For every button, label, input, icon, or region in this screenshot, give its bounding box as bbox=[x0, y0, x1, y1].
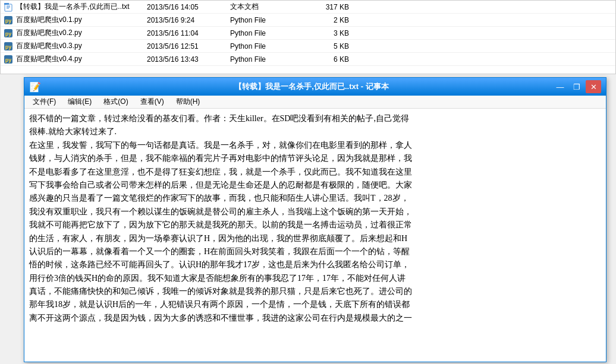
content-line: 很棒.就给大家转过来了. bbox=[29, 125, 601, 138]
content-line: 不是电影看多了在这里意淫，也不是得了狂妄幻想症，我，就是一个杀手，仅此而已。我不… bbox=[29, 166, 601, 179]
content-line: 的生活，有家人，有朋友，因为一场拳赛认识了H，因为他的出现，我的世界彻底颠覆了。… bbox=[29, 232, 601, 245]
file-name: 【转载】我是一名杀手,仅此而已..txt bbox=[16, 2, 147, 12]
notepad-window: 📝 【转载】我是一名杀手,仅此而已..txt - 记事本 — ❐ ✕ 文件(F)… bbox=[24, 77, 606, 362]
svg-text:py: py bbox=[5, 18, 12, 24]
content-line: 离不开这两个源点，我是因为钱，因为大多的诱惑和不懂世事，我进的这家公司在行内是规… bbox=[29, 312, 601, 325]
svg-text:py: py bbox=[5, 57, 12, 63]
file-name: 百度贴吧爬虫v0.1.py bbox=[16, 15, 147, 25]
minimize-button[interactable]: — bbox=[552, 80, 568, 93]
file-size: 2 KB bbox=[301, 16, 349, 24]
menu-file[interactable]: 文件(F) bbox=[27, 96, 62, 108]
file-type: Python File bbox=[230, 16, 301, 24]
notepad-title: 【转载】我是一名杀手,仅此而已..txt - 记事本 bbox=[71, 81, 552, 92]
close-button[interactable]: ✕ bbox=[586, 80, 601, 93]
python-file-icon: py bbox=[3, 28, 14, 39]
file-size: 317 KB bbox=[301, 3, 349, 11]
file-name: 百度贴吧爬虫v0.2.py bbox=[16, 28, 147, 38]
content-line: 认识后的一幕幕，就像看着一个又一个的圈套，H在前面回头对我笑着，我跟在后面一个一… bbox=[29, 245, 601, 258]
restore-button[interactable]: ❐ bbox=[569, 80, 584, 93]
file-date: 2013/5/16 12:51 bbox=[147, 42, 230, 50]
file-name: 百度贴吧爬虫v0.4.py bbox=[16, 54, 147, 64]
file-date: 2013/5/16 13:43 bbox=[147, 55, 230, 64]
content-line: 钱财，与人消灾的杀手，但是，我不能幸福的看完片子再对电影中的情节评头论足，因为我… bbox=[29, 152, 601, 165]
file-row[interactable]: py 百度贴吧爬虫v0.2.py2013/5/16 11:04Python Fi… bbox=[1, 27, 615, 40]
svg-rect-4 bbox=[4, 3, 9, 5]
file-row[interactable]: py 百度贴吧爬虫v0.1.py2013/5/16 9:24Python Fil… bbox=[1, 14, 615, 27]
titlebar-controls: — ❐ ✕ bbox=[552, 80, 601, 93]
menu-help[interactable]: 帮助(H) bbox=[170, 96, 206, 108]
file-type: 文本文档 bbox=[230, 2, 301, 12]
content-line: 用行价3倍的钱买H的命的原因。我不知道大家是否能想象所有的事我忍了17年，17年… bbox=[29, 272, 601, 285]
notepad-app-icon: 📝 bbox=[29, 81, 41, 93]
svg-text:py: py bbox=[5, 44, 12, 50]
svg-rect-0 bbox=[5, 4, 12, 11]
file-size: 5 KB bbox=[301, 42, 349, 50]
content-line: 我没有双重职业，我只有一个赖以谋生的饭碗就是替公司的雇主杀人，当我端上这个饭碗的… bbox=[29, 205, 601, 219]
notepad-menubar: 文件(F) 编辑(E) 格式(O) 查看(V) 帮助(H) bbox=[24, 96, 606, 109]
content-line: 我就不可能再把它放下了，因为放下它的那天就是我死的那天。以前的我是一名搏击运动员… bbox=[29, 219, 601, 232]
file-date: 2013/5/16 14:05 bbox=[147, 3, 230, 11]
content-line: 在这里，我发誓，我写下的每一句话都是真话。我是一名杀手，对，就像你们在电影里看到… bbox=[29, 139, 601, 152]
python-file-icon: py bbox=[3, 15, 14, 26]
file-explorer: 【转载】我是一名杀手,仅此而已..txt2013/5/16 14:05文本文档3… bbox=[0, 0, 616, 74]
menu-view[interactable]: 查看(V) bbox=[134, 96, 170, 108]
content-line: 写下我事会给自己或者公司带来怎样的后果，但是无论是生命还是人的忍耐都是有极限的，… bbox=[29, 179, 601, 192]
content-line: 感兴趣的只当是看了一篇文笔很烂的作家写下的故事，而我，也只能和陌生人讲心里话。我… bbox=[29, 192, 601, 205]
file-row[interactable]: py 百度贴吧爬虫v0.4.py2013/5/16 13:43Python Fi… bbox=[1, 53, 615, 66]
file-size: 3 KB bbox=[301, 29, 349, 37]
notepad-titlebar: 📝 【转载】我是一名杀手,仅此而已..txt - 记事本 — ❐ ✕ bbox=[24, 78, 606, 96]
file-type: Python File bbox=[230, 55, 301, 64]
file-name: 百度贴吧爬虫v0.3.py bbox=[16, 41, 147, 51]
content-line: 很不错的一篇文章，转过来给没看的基友们看。作者：天生killer。在SD吧没看到… bbox=[29, 112, 601, 125]
file-type: Python File bbox=[230, 29, 301, 37]
file-size: 6 KB bbox=[301, 55, 349, 64]
content-line: 那年我18岁，就是认识H后的一年，人犯错误只有两个原因，一个是情，一个是钱，天底… bbox=[29, 298, 601, 311]
menu-edit[interactable]: 编辑(E) bbox=[62, 96, 98, 108]
file-row[interactable]: 【转载】我是一名杀手,仅此而已..txt2013/5/16 14:05文本文档3… bbox=[1, 1, 615, 14]
svg-text:py: py bbox=[5, 31, 12, 37]
file-date: 2013/5/16 9:24 bbox=[147, 16, 230, 24]
file-row[interactable]: py 百度贴吧爬虫v0.3.py2013/5/16 12:51Python Fi… bbox=[1, 40, 615, 53]
file-type: Python File bbox=[230, 42, 301, 50]
txt-file-icon bbox=[3, 2, 14, 12]
content-line: 真话，不能痛痛快快的和知己倾诉，我唯一的倾诉对象就是我养的那只猫，只是后来它也死… bbox=[29, 285, 601, 298]
notepad-content-area[interactable]: 很不错的一篇文章，转过来给没看的基友们看。作者：天生killer。在SD吧没看到… bbox=[24, 109, 606, 362]
python-file-icon: py bbox=[3, 54, 14, 65]
python-file-icon: py bbox=[3, 41, 14, 52]
file-date: 2013/5/16 11:04 bbox=[147, 29, 230, 37]
content-line: 悟的时候，这条路已经不可能再回头了。认识H的那年我才17岁，这也是后来为什么我匿… bbox=[29, 258, 601, 271]
menu-format[interactable]: 格式(O) bbox=[98, 96, 134, 108]
